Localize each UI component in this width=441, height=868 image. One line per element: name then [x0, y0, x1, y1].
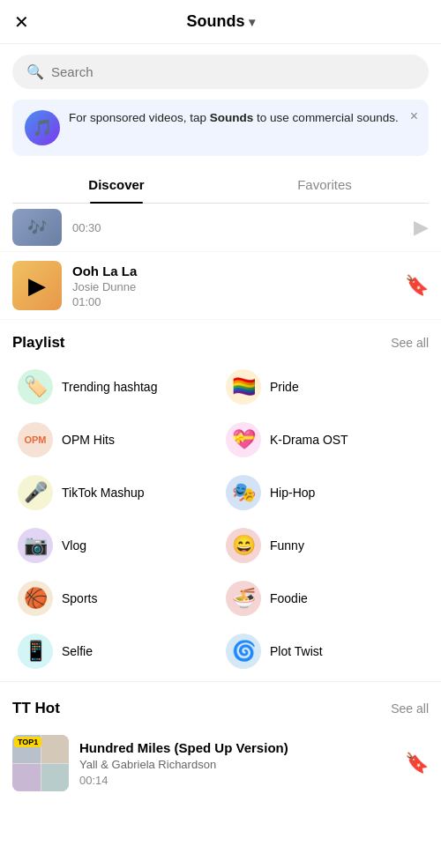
playlist-icon: 🌀 [226, 634, 261, 669]
playlist-icon: 🏳️‍🌈 [226, 369, 261, 404]
song-artist: Josie Dunne [72, 280, 394, 293]
promo-banner: 🎵 For sponsored videos, tap Sounds to us… [12, 100, 429, 156]
playlist-item-tiktok-mashup[interactable]: 🎤 TikTok Mashup [12, 466, 220, 519]
banner-icon: 🎵 [25, 110, 60, 145]
tt-hot-see-all-button[interactable]: See all [391, 701, 429, 716]
hot-song-item[interactable]: TOP1 Hundred Miles (Sped Up Version) Yal… [0, 726, 441, 800]
playlist-name: Foodie [270, 591, 308, 605]
divider [0, 681, 441, 682]
playlist-item-opm-hits[interactable]: OPM OPM Hits [12, 413, 220, 466]
playlist-item-selfie[interactable]: 📱 Selfie [12, 625, 220, 678]
playlist-icon: 📷 [18, 528, 53, 563]
hot-song-title: Hundred Miles (Sped Up Version) [79, 740, 394, 755]
playlist-item-sports[interactable]: 🏀 Sports [12, 572, 220, 625]
playlist-name: Funny [270, 538, 304, 553]
tt-hot-section-header: TT Hot See all [0, 686, 441, 726]
hot-song-artist: Yall & Gabriela Richardson [79, 758, 394, 771]
song-info: 00:30 [72, 221, 403, 234]
song-info: Ooh La La Josie Dunne 01:00 [72, 263, 394, 308]
song-duration: 01:00 [72, 295, 394, 308]
playlist-name: Plot Twist [270, 644, 323, 658]
song-item-ooh-la-la[interactable]: ▶ Ooh La La Josie Dunne 01:00 🔖 [0, 252, 441, 320]
song-thumbnail: 🎶 [12, 209, 62, 246]
banner-bold: Sounds [210, 111, 254, 124]
playlist-name: TikTok Mashup [62, 486, 145, 500]
playlist-name: Selfie [62, 644, 93, 658]
search-bar[interactable]: 🔍 [12, 55, 429, 89]
playlist-item-trending-hashtag[interactable]: 🏷️ Trending hashtag [12, 360, 220, 413]
banner-prefix: For sponsored videos, tap [69, 111, 210, 124]
bookmark-button[interactable]: 🔖 [405, 274, 429, 297]
bookmark-icon[interactable]: ▶ [414, 216, 429, 239]
header: ✕ Sounds ▾ [0, 0, 441, 44]
tabs: Discover Favorites [12, 167, 429, 204]
banner-text: For sponsored videos, tap Sounds to use … [69, 110, 416, 127]
tt-hot-title: TT Hot [12, 700, 60, 717]
playlist-see-all-button[interactable]: See all [391, 336, 429, 350]
chevron-down-icon[interactable]: ▾ [249, 15, 255, 29]
playlist-name: K-Drama OST [270, 433, 348, 447]
playlist-icon: 🏷️ [18, 369, 53, 404]
search-icon: 🔍 [26, 63, 44, 80]
hot-song-duration: 00:14 [79, 774, 394, 787]
close-button[interactable]: ✕ [14, 11, 29, 33]
banner-suffix: to use commercial sounds. [253, 111, 398, 124]
search-input[interactable] [51, 64, 415, 79]
playlist-name: Pride [270, 380, 299, 394]
playlist-grid: 🏷️ Trending hashtag 🏳️‍🌈 Pride OPM OPM H… [0, 360, 441, 678]
playlist-icon: 📱 [18, 634, 53, 669]
song-duration: 00:30 [72, 221, 403, 234]
tt-hot-section: TT Hot See all TOP1 Hundred Miles (Sped … [0, 686, 441, 809]
tab-favorites[interactable]: Favorites [220, 167, 429, 203]
playlist-item-plot-twist[interactable]: 🌀 Plot Twist [220, 625, 429, 678]
playlist-item-vlog[interactable]: 📷 Vlog [12, 519, 220, 572]
banner-close-button[interactable]: × [410, 108, 418, 124]
playlist-icon: 😄 [226, 528, 261, 563]
playlist-name: OPM Hits [62, 433, 115, 447]
playlist-icon: 🍜 [226, 581, 261, 616]
playlist-item-hip-hop[interactable]: 🎭 Hip-Hop [220, 466, 429, 519]
playlist-section-title: Playlist [12, 334, 65, 352]
playlist-name: Sports [62, 591, 97, 605]
playlist-item-funny[interactable]: 😄 Funny [220, 519, 429, 572]
playlist-icon: 🎭 [226, 475, 261, 510]
playlist-icon: 🎤 [18, 475, 53, 510]
bookmark-filled-button[interactable]: 🔖 [405, 752, 429, 775]
playlist-icon: OPM [18, 422, 53, 457]
header-title-text: Sounds [187, 12, 245, 31]
playlist-icon: 🏀 [18, 581, 53, 616]
playlist-name: Trending hashtag [62, 380, 157, 394]
song-thumbnail: ▶ [12, 261, 62, 310]
header-title: Sounds ▾ [187, 12, 255, 31]
song-item-partial[interactable]: 🎶 00:30 ▶ [0, 204, 441, 252]
playlist-item-kdrama-ost[interactable]: 💝 K-Drama OST [220, 413, 429, 466]
playlist-icon: 💝 [226, 422, 261, 457]
playlist-section-header: Playlist See all [0, 320, 441, 360]
tab-discover[interactable]: Discover [12, 167, 220, 203]
playlist-name: Hip-Hop [270, 486, 315, 500]
playlist-item-foodie[interactable]: 🍜 Foodie [220, 572, 429, 625]
song-title: Ooh La La [72, 263, 394, 278]
playlist-name: Vlog [62, 538, 86, 553]
hot-song-info: Hundred Miles (Sped Up Version) Yall & G… [79, 740, 394, 787]
top1-badge: TOP1 [14, 737, 41, 747]
playlist-item-pride[interactable]: 🏳️‍🌈 Pride [220, 360, 429, 413]
hot-song-thumbnail: TOP1 [12, 735, 69, 791]
